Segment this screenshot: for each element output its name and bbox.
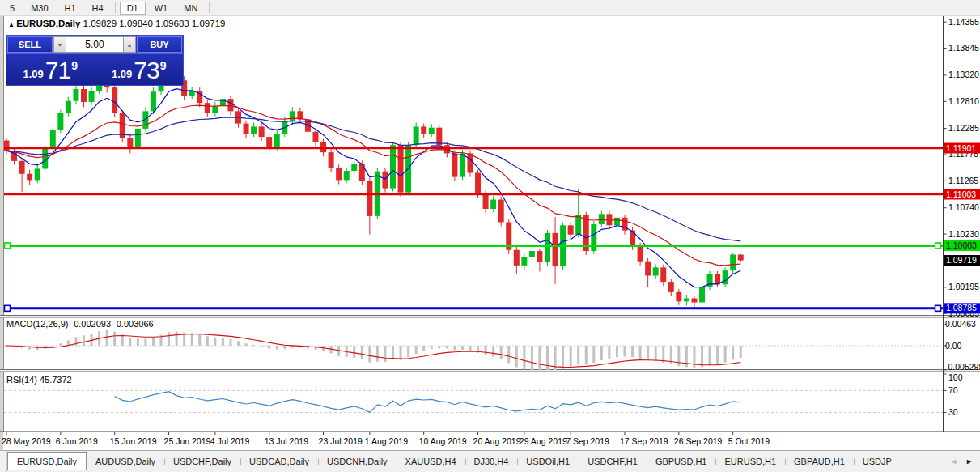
rsi-tick-label: 70	[948, 385, 958, 395]
hline-badge-label: 1.10003	[946, 240, 977, 250]
macd-bar	[546, 346, 549, 370]
trading-terminal: 5 M30 H1 H4 D1 W1 MN MACD(12,26,9) -0.00…	[0, 0, 980, 472]
candle-body	[398, 145, 404, 192]
tab-xauusd-h4[interactable]: XAUUSD,H4	[397, 453, 465, 470]
sell-price-prefix: 1.09	[23, 68, 44, 80]
candle-body	[329, 152, 334, 168]
candle-body	[575, 215, 581, 235]
macd-bar	[276, 346, 278, 350]
macd-bar	[376, 346, 379, 362]
candle-body	[537, 251, 542, 262]
candle-body	[638, 246, 643, 262]
timeframe-button-mn[interactable]: MN	[176, 2, 205, 15]
timeframe-button-m30[interactable]: M30	[23, 2, 55, 15]
candle-body	[336, 168, 342, 180]
timeframe-button-h1[interactable]: H1	[57, 2, 83, 15]
macd-bar	[144, 338, 146, 346]
chart-tab-bar: EURUSD,Daily AUDUSD,Daily USDCHF,Daily U…	[0, 450, 980, 472]
macd-bar	[422, 346, 425, 351]
sell-button[interactable]: SELL	[7, 36, 53, 53]
timeframe-button-h4[interactable]: H4	[85, 2, 111, 15]
volume-decrease-button[interactable]: ▼	[53, 36, 66, 53]
macd-bar	[83, 335, 85, 346]
price-tick-label: 1.11265	[948, 176, 978, 185]
candle-body	[127, 138, 133, 147]
price-tick-label: 1.13845	[948, 43, 979, 53]
tab-scroll-right-icon[interactable]: ►	[961, 457, 977, 466]
price-tick-label: 1.09195	[948, 282, 979, 291]
date-tick-label: 26 Sep 2019	[674, 436, 723, 446]
hline-badge-label: 1.11003	[946, 189, 976, 199]
buy-price-display[interactable]: 1.09 73 9	[95, 54, 184, 86]
candle-body	[475, 173, 481, 193]
price-tick-label: 1.12285	[948, 123, 979, 133]
macd-bar	[222, 338, 224, 346]
current-price-badge-label: 1.09719	[946, 255, 977, 265]
hline-handle[interactable]	[935, 305, 941, 311]
candle-body	[227, 99, 233, 111]
macd-bar	[191, 333, 193, 346]
macd-bar	[268, 346, 270, 349]
buy-price-point: 9	[160, 59, 167, 72]
candle-body	[730, 254, 736, 270]
tab-usdjpy[interactable]: USDJP	[854, 453, 901, 470]
sell-price-display[interactable]: 1.09 71 9	[6, 54, 95, 86]
date-tick-label: 5 Oct 2019	[728, 436, 770, 446]
macd-bar	[515, 346, 518, 367]
candle-body	[591, 224, 596, 251]
price-tick-label: 1.10230	[948, 229, 979, 239]
tab-dj30-h4[interactable]: DJ30,H4	[465, 453, 518, 470]
date-tick-label: 20 Aug 2019	[473, 436, 521, 446]
macd-bar	[137, 338, 139, 346]
candle-body	[344, 171, 350, 180]
candle-body	[452, 153, 457, 176]
macd-bar	[176, 331, 178, 346]
macd-bar	[554, 346, 557, 372]
tab-eurusd-h1[interactable]: EURUSD,H1	[715, 453, 785, 470]
tab-usdoil-h1[interactable]: USDOil,H1	[517, 453, 579, 470]
macd-bar	[562, 346, 564, 369]
triangle-down-icon: ▼	[57, 42, 63, 48]
timeframe-button-w1[interactable]: W1	[147, 2, 176, 15]
hline-handle[interactable]	[5, 243, 11, 249]
date-tick-label: 13 Jul 2019	[265, 436, 308, 446]
macd-bar	[577, 346, 579, 364]
macd-bar	[492, 346, 494, 357]
candle-body	[19, 161, 25, 174]
tab-audusd-daily[interactable]: AUDUSD,Daily	[87, 453, 164, 470]
macd-bar	[214, 338, 216, 346]
tab-scroll-left-icon[interactable]: ◄	[946, 457, 961, 466]
tab-eurusd-daily[interactable]: EURUSD,Daily	[7, 452, 87, 470]
macd-bar	[732, 346, 734, 359]
candle-body	[668, 282, 674, 292]
macd-bar	[106, 330, 108, 346]
volume-increase-button[interactable]: ▲	[123, 36, 136, 53]
macd-bar	[716, 346, 719, 364]
volume-input[interactable]: 5.00	[66, 36, 123, 53]
candle-body	[274, 134, 280, 147]
tab-gbpaud-h1[interactable]: GBPAUD,H1	[785, 453, 854, 470]
macd-bar	[129, 338, 131, 346]
candle-body	[514, 250, 520, 266]
candle-body	[212, 106, 218, 113]
candle-body	[498, 200, 504, 223]
tab-usdcad-daily[interactable]: USDCAD,Daily	[240, 453, 318, 470]
date-tick-label: 10 Aug 2019	[419, 436, 467, 446]
tab-gbpusd-h1[interactable]: GBPUSD,H1	[647, 453, 716, 470]
hline-handle[interactable]	[5, 305, 11, 311]
hline-handle[interactable]	[935, 243, 941, 249]
candle-body	[390, 145, 396, 188]
macd-bar	[392, 346, 394, 359]
tab-usdchf-h1[interactable]: USDCHF,H1	[579, 453, 647, 470]
date-tick-label: 28 May 2019	[2, 436, 51, 446]
macd-bar	[647, 346, 649, 360]
timeframe-button-m5[interactable]: 5	[2, 2, 22, 15]
macd-bar	[485, 346, 487, 355]
candle-body	[135, 129, 141, 147]
macd-bar	[453, 346, 456, 350]
timeframe-button-d1[interactable]: D1	[120, 2, 146, 15]
buy-button[interactable]: BUY	[137, 36, 182, 53]
tab-usdchf-daily[interactable]: USDCHF,Daily	[164, 453, 240, 470]
macd-bar	[523, 346, 525, 369]
tab-usdcnh-daily[interactable]: USDCNH,Daily	[318, 453, 397, 470]
